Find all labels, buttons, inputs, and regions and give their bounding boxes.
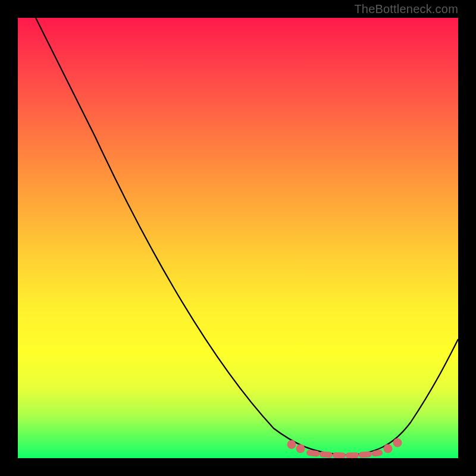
chart-container: TheBottleneck.com: [0, 0, 476, 476]
watermark-text: TheBottleneck.com: [354, 2, 458, 16]
gradient-plot-area: [18, 18, 458, 458]
